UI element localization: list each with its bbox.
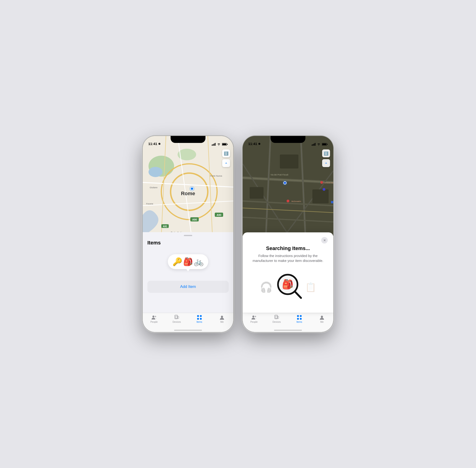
illus-headphones: 🎧 [260,281,273,293]
svg-rect-42 [312,145,312,146]
right-phone: 11:41 [243,136,333,332]
illus-backpack-magnifier: 🎒 [275,273,303,302]
cluster-tail [186,268,190,271]
modal-sheet: ✕ Searching Items... Follow the instruct… [243,232,333,313]
illus-clipboard: 📋 [305,282,316,292]
tab-items-right[interactable]: Items [292,315,306,323]
time-left: 11:41 [148,142,161,146]
map-canvas-left: Rome A90 A90 A91 A12 Giutiano Focene Ost… [143,136,233,236]
tab-people-right[interactable]: People [247,315,261,323]
tab-bar-left: People Devices Items [143,313,233,332]
svg-point-41 [221,316,223,318]
svg-point-11 [149,167,163,177]
notch [171,136,206,143]
svg-text:Via dei Prati Fiscali: Via dei Prati Fiscali [270,174,288,176]
svg-line-73 [295,292,301,298]
modal-header: ✕ [248,237,328,244]
map-left[interactable]: Rome A90 A90 A91 A12 Giutiano Focene Ost… [143,136,233,236]
svg-text:🎒: 🎒 [282,279,294,290]
svg-rect-35 [176,316,177,318]
tab-me-left[interactable]: Me [215,315,229,323]
status-icons-left [212,143,228,146]
svg-rect-1 [213,144,214,146]
svg-point-69 [323,188,325,191]
map-info-btn-right[interactable]: ℹ️ [322,149,330,157]
svg-text:McDonald's: McDonald's [291,200,301,202]
left-screen: 11:41 [143,136,233,332]
location-dot-right [283,181,287,185]
add-item-button[interactable]: Add Item [147,281,229,293]
svg-point-33 [155,316,156,317]
tab-people-label-right: People [250,321,257,323]
svg-point-74 [253,316,254,317]
svg-text:Giutiano: Giutiano [150,186,158,189]
map-location-btn-right[interactable] [322,159,330,167]
tab-devices-label-left: Devices [172,321,181,323]
tab-me-right[interactable]: Me [315,315,329,323]
sheet-handle [184,235,192,236]
svg-point-82 [300,318,302,320]
modal-subtitle: Follow the instructions provided by the … [248,253,328,263]
map-right[interactable]: Via dei Prati Fiscali McDonald's Farmaci… [243,136,333,236]
tab-items-label-left: Items [197,321,202,323]
svg-point-37 [197,315,199,317]
svg-text:A90: A90 [192,218,197,221]
svg-text:A90: A90 [217,214,221,216]
time-right: 11:41 [248,142,261,146]
home-indicator-right [274,330,302,331]
map-info-btn-left[interactable]: ℹ️ [222,149,230,157]
map-location-btn-left[interactable] [222,159,230,167]
svg-rect-45 [315,143,316,146]
modal-close-button[interactable]: ✕ [321,237,328,244]
svg-point-38 [200,315,202,317]
svg-text:Rome: Rome [181,190,195,196]
svg-point-65 [287,200,289,202]
svg-rect-60 [250,187,264,199]
svg-rect-77 [275,316,277,318]
svg-rect-5 [223,144,226,145]
tab-items-left[interactable]: Items [193,315,206,323]
svg-text:Farmacia Inesi: Farmacia Inesi [324,182,333,184]
svg-rect-2 [214,144,215,146]
svg-point-67 [320,181,323,184]
search-illustration: 🎧 🎒 📋 [248,269,328,306]
svg-rect-62 [312,189,329,203]
svg-point-75 [255,316,256,317]
tab-bar-right: People Devices Items [243,313,333,332]
svg-point-83 [321,316,323,318]
tab-devices-left[interactable]: Devices [170,315,184,323]
svg-rect-47 [322,144,326,145]
status-icons-right [312,143,328,146]
svg-point-32 [152,316,154,317]
location-dot-left [190,187,193,190]
tab-items-label-right: Items [297,321,302,323]
item-key: 🔑 [172,257,182,266]
home-indicator-left [174,330,202,331]
svg-rect-3 [215,143,216,146]
tab-people-left[interactable]: People [147,315,161,323]
svg-rect-48 [327,144,328,145]
tab-devices-right[interactable]: Devices [270,315,283,323]
right-screen: 11:41 [243,136,333,332]
svg-point-81 [297,318,299,320]
tab-devices-label-right: Devices [272,321,281,323]
svg-point-40 [200,318,202,320]
svg-text:Fonte Nuova: Fonte Nuova [210,175,222,177]
modal-title: Searching Items... [248,245,328,251]
item-backpack: 🎒 [183,257,193,266]
left-phone: 11:41 [143,136,233,332]
cluster-bubble: 🔑 🎒 🚲 [168,254,208,269]
svg-rect-70 [331,201,333,203]
notch-right [270,136,305,143]
svg-rect-61 [280,155,298,168]
svg-point-39 [197,318,199,320]
svg-rect-44 [314,144,314,146]
svg-rect-43 [313,144,313,146]
tab-me-label-left: Me [220,321,223,323]
svg-text:Focene: Focene [146,203,153,205]
cluster-wrapper: 🔑 🎒 🚲 [168,254,208,271]
svg-point-80 [300,315,302,317]
svg-rect-6 [227,144,228,145]
items-cluster: 🔑 🎒 🚲 [143,249,233,276]
svg-text:A91: A91 [163,225,167,228]
